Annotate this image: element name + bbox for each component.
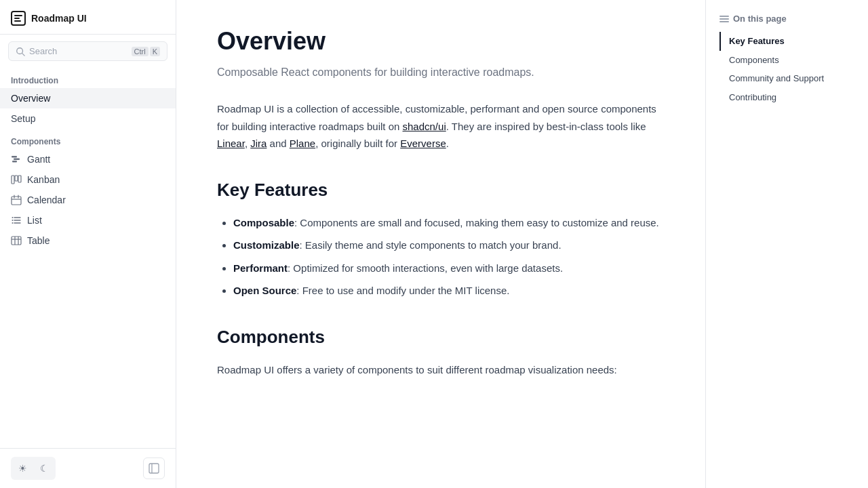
svg-rect-2 bbox=[14, 20, 21, 22]
gantt-icon bbox=[11, 154, 22, 165]
toc-item-components[interactable]: Components bbox=[719, 51, 854, 70]
main-content: Overview Composable React components for… bbox=[176, 0, 705, 488]
nav-section-components: Components Gantt Kanban bbox=[0, 129, 176, 251]
svg-point-19 bbox=[12, 220, 14, 221]
sidebar-footer: ☀ ☾ bbox=[0, 448, 176, 488]
toc-line-2 bbox=[719, 18, 729, 20]
toc-item-contributing[interactable]: Contributing bbox=[719, 88, 854, 107]
svg-rect-0 bbox=[14, 15, 22, 16]
toc-line-1 bbox=[719, 16, 729, 17]
search-shortcut: Ctrl K bbox=[132, 47, 160, 56]
link-plane[interactable]: Plane bbox=[290, 138, 315, 149]
feature-desc-composable: : Components are small and focused, maki… bbox=[294, 217, 659, 228]
sidebar-app-title: Roadmap UI bbox=[31, 13, 87, 24]
svg-rect-1 bbox=[14, 18, 20, 19]
sidebar-collapse-button[interactable] bbox=[143, 458, 165, 479]
sidebar-item-calendar[interactable]: Calendar bbox=[0, 190, 176, 210]
svg-point-18 bbox=[12, 217, 14, 218]
feature-desc-open-source: : Free to use and modify under the MIT l… bbox=[296, 285, 509, 296]
svg-rect-9 bbox=[15, 176, 18, 181]
toc-panel: On this page Key Features Components Com… bbox=[705, 0, 868, 488]
toc-lines-icon bbox=[719, 16, 729, 22]
toc-item-community-and-support[interactable]: Community and Support bbox=[719, 69, 854, 88]
sidebar-item-gantt[interactable]: Gantt bbox=[0, 149, 176, 169]
intro-paragraph: Roadmap UI is a collection of accessible… bbox=[217, 100, 665, 152]
svg-line-4 bbox=[22, 53, 25, 56]
toc-line-3 bbox=[719, 21, 729, 22]
page-title: Overview bbox=[217, 27, 665, 56]
feature-term-open-source: Open Source bbox=[233, 285, 296, 296]
svg-rect-11 bbox=[12, 197, 21, 205]
list-item: Open Source: Free to use and modify unde… bbox=[233, 282, 665, 300]
sidebar-item-label-kanban: Kanban bbox=[27, 174, 60, 185]
feature-term-composable: Composable bbox=[233, 217, 294, 228]
sidebar-item-label-list: List bbox=[27, 215, 42, 226]
kanban-icon bbox=[11, 174, 22, 185]
svg-rect-6 bbox=[14, 159, 20, 161]
page-subtitle: Composable React components for building… bbox=[217, 66, 665, 79]
feature-term-customizable: Customizable bbox=[233, 239, 300, 251]
sidebar-item-kanban[interactable]: Kanban bbox=[0, 169, 176, 190]
section-title-components: Components bbox=[217, 327, 665, 348]
sidebar-item-overview[interactable]: Overview bbox=[0, 88, 176, 108]
table-icon bbox=[11, 235, 22, 246]
theme-toggles: ☀ ☾ bbox=[11, 457, 56, 480]
features-list: Composable: Components are small and foc… bbox=[217, 214, 665, 300]
toc-header-label: On this page bbox=[733, 14, 787, 24]
dark-mode-button[interactable]: ☾ bbox=[35, 459, 54, 478]
section-title-key-features: Key Features bbox=[217, 180, 665, 201]
list-icon bbox=[11, 215, 22, 226]
kbd-k: K bbox=[150, 47, 160, 56]
link-eververse[interactable]: Eververse bbox=[400, 138, 446, 149]
toc-item-key-features[interactable]: Key Features bbox=[719, 32, 854, 51]
svg-rect-5 bbox=[12, 156, 17, 158]
nav-section-introduction: Introduction Overview Setup bbox=[0, 68, 176, 129]
list-item: Customizable: Easily theme and style com… bbox=[233, 237, 665, 254]
feature-desc-customizable: : Easily theme and style components to m… bbox=[300, 239, 561, 251]
feature-term-performant: Performant bbox=[233, 262, 288, 274]
link-jira[interactable]: Jira bbox=[250, 138, 267, 149]
feature-desc-performant: : Optimized for smooth interactions, eve… bbox=[288, 262, 563, 274]
toc-header: On this page bbox=[719, 14, 854, 24]
kbd-ctrl: Ctrl bbox=[132, 47, 149, 56]
list-item: Composable: Components are small and foc… bbox=[233, 214, 665, 232]
search-placeholder: Search bbox=[29, 46, 127, 56]
search-icon bbox=[16, 47, 25, 56]
sidebar-header: Roadmap UI bbox=[0, 0, 176, 35]
sidebar-item-setup[interactable]: Setup bbox=[0, 108, 176, 129]
components-intro-text: Roadmap UI offers a variety of component… bbox=[217, 361, 665, 379]
link-linear[interactable]: Linear bbox=[217, 138, 245, 149]
svg-rect-10 bbox=[18, 176, 21, 182]
search-box[interactable]: Search Ctrl K bbox=[8, 41, 167, 61]
nav-section-label-components: Components bbox=[0, 129, 176, 149]
svg-rect-25 bbox=[149, 464, 159, 473]
logo-icon bbox=[11, 11, 26, 26]
sidebar-item-label-overview: Overview bbox=[11, 93, 50, 104]
svg-point-20 bbox=[12, 222, 14, 224]
calendar-icon bbox=[11, 195, 22, 205]
sidebar-item-table[interactable]: Table bbox=[0, 230, 176, 251]
svg-rect-8 bbox=[12, 176, 14, 184]
light-mode-button[interactable]: ☀ bbox=[13, 459, 32, 478]
sidebar-item-label-table: Table bbox=[27, 235, 50, 246]
sidebar-item-label-gantt: Gantt bbox=[27, 154, 50, 165]
list-item: Performant: Optimized for smooth interac… bbox=[233, 260, 665, 277]
sidebar-item-list[interactable]: List bbox=[0, 210, 176, 230]
svg-rect-7 bbox=[12, 161, 17, 163]
sidebar-item-label-setup: Setup bbox=[11, 113, 36, 124]
nav-section-label-introduction: Introduction bbox=[0, 68, 176, 88]
svg-rect-21 bbox=[12, 237, 21, 245]
sidebar-item-label-calendar: Calendar bbox=[27, 195, 66, 205]
link-shadcn-ui[interactable]: shadcn/ui bbox=[403, 121, 446, 132]
sidebar: Roadmap UI Search Ctrl K Introduction Ov… bbox=[0, 0, 176, 488]
